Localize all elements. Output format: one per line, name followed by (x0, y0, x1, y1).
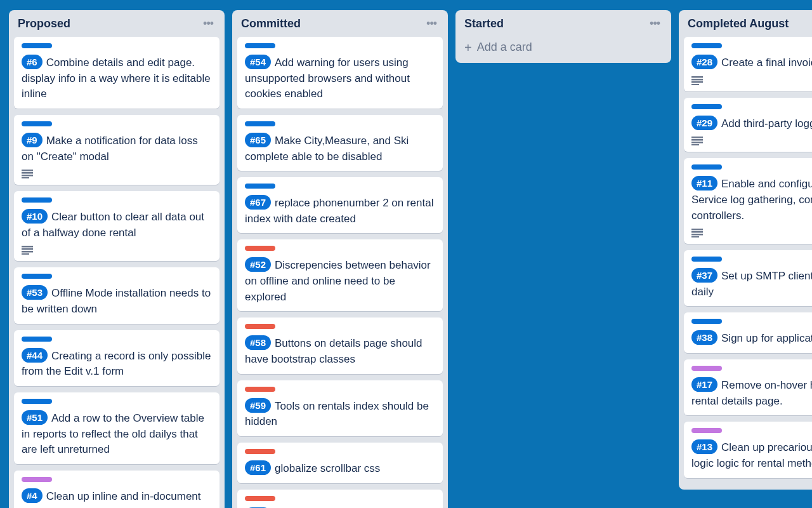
svg-rect-4 (22, 246, 33, 248)
svg-rect-14 (691, 142, 703, 144)
card[interactable]: #37Set up SMTP client to send logs daily (684, 250, 812, 306)
card[interactable]: #67replace phonenumber 2 on rental index… (237, 177, 443, 233)
svg-rect-17 (691, 231, 703, 233)
list: Started•••+Add a card (455, 10, 671, 63)
card-text: Sign up for application (721, 332, 812, 344)
description-icon (22, 246, 212, 255)
card-label[interactable] (691, 43, 722, 48)
card-label[interactable] (245, 496, 275, 501)
svg-rect-2 (22, 175, 33, 177)
svg-rect-7 (22, 253, 29, 255)
card-title-line: #9Make a notification for data loss on "… (22, 133, 212, 164)
card-label[interactable] (245, 121, 275, 126)
card[interactable]: #61globalize scrollbar css (237, 443, 443, 483)
card-label[interactable] (691, 366, 722, 371)
card-text: Clear button to clear all data out of a … (22, 211, 204, 239)
card-text: Make a notification for data loss on "Cr… (22, 135, 198, 163)
svg-rect-9 (691, 79, 703, 81)
card-title-line: #11Enable and configure API Service log … (691, 176, 812, 224)
card[interactable]: #44Creating a record is only possible fr… (14, 330, 219, 386)
card-label[interactable] (22, 477, 52, 482)
description-icon (22, 170, 212, 178)
card[interactable]: #28Create a final invoice for RLV1.0. (684, 37, 812, 91)
list: Proposed•••#6Combine details and edit pa… (9, 10, 225, 508)
svg-rect-0 (22, 170, 33, 171)
card-label[interactable] (691, 257, 722, 262)
list-title[interactable]: Started (464, 17, 504, 30)
card[interactable]: #9Make a notification for data loss on "… (14, 115, 219, 185)
card-label[interactable] (22, 121, 52, 126)
card-label[interactable] (245, 246, 275, 251)
card-label[interactable] (245, 43, 275, 48)
card-label[interactable] (22, 337, 52, 342)
card[interactable]: #38Sign up for application (684, 312, 812, 353)
card-id-badge: #13 (691, 439, 717, 454)
add-card-button[interactable]: +Add a card (455, 34, 671, 63)
board: Proposed•••#6Combine details and edit pa… (0, 0, 812, 508)
card-id-badge: #59 (245, 398, 271, 413)
card-label[interactable] (245, 324, 275, 329)
card[interactable]: #13Clean up precarious recursive logic l… (684, 422, 812, 478)
card-id-badge: #4 (22, 488, 43, 503)
card[interactable]: #4Clean up inline and in-document css (14, 471, 219, 508)
card[interactable]: #11Enable and configure API Service log … (684, 158, 812, 244)
card-label[interactable] (691, 428, 722, 433)
list-header: Proposed••• (9, 10, 225, 34)
card-label[interactable] (691, 319, 722, 324)
card-title-line: #38Sign up for application (691, 330, 812, 347)
card-id-badge: #37 (691, 268, 717, 283)
card[interactable]: #59Tools on rentals index should be hidd… (237, 380, 443, 436)
list-title[interactable]: Proposed (18, 17, 70, 30)
card-id-badge: #38 (691, 330, 717, 345)
card-label[interactable] (22, 399, 52, 404)
list-menu-icon[interactable]: ••• (424, 17, 439, 30)
card[interactable]: #17Remove on-hover highlighting in renta… (684, 359, 812, 415)
description-icon (691, 137, 812, 145)
list-title[interactable]: Completed August (688, 17, 789, 30)
card-id-badge: #61 (245, 460, 271, 475)
card-title-line: #59Tools on rentals index should be hidd… (245, 398, 435, 430)
card-title-line: #51Add a row to the Overview table in re… (22, 410, 212, 458)
card-label[interactable] (22, 197, 52, 203)
card[interactable]: #58Buttons on details page should have b… (237, 318, 443, 373)
card-text: Combine details and edit page. display i… (22, 57, 211, 100)
card[interactable]: #53Offline Mode installation needs to be… (14, 267, 219, 323)
list-header: Committed••• (232, 10, 448, 34)
list-wrapper: Started•••+Add a card (455, 10, 671, 63)
card[interactable]: #54Add warning for users using unsupport… (237, 37, 443, 109)
card[interactable]: #65Make City,Measure, and Ski complete a… (237, 115, 443, 171)
card-label[interactable] (245, 387, 275, 392)
card[interactable]: #10Clear button to clear all data out of… (14, 191, 219, 261)
card[interactable]: #29Add third-party logging (684, 98, 812, 152)
add-card-label: Add a card (477, 41, 532, 54)
card-label[interactable] (691, 164, 722, 170)
card-label[interactable] (245, 184, 275, 189)
card-id-badge: #10 (22, 209, 48, 224)
card-id-badge: #11 (691, 176, 717, 190)
list-menu-icon[interactable]: ••• (647, 17, 662, 30)
card-id-badge: #51 (22, 410, 48, 425)
card[interactable]: #6Combine details and edit page. display… (14, 37, 219, 109)
list-menu-icon[interactable]: ••• (200, 17, 216, 30)
cards-container: #28Create a final invoice for RLV1.0.#29… (679, 34, 812, 490)
card-label[interactable] (22, 43, 52, 48)
card-title-line: #44Creating a record is only possible fr… (22, 348, 212, 380)
list-title[interactable]: Committed (241, 17, 301, 30)
card-label[interactable] (22, 274, 52, 279)
list: Committed•••#54Add warning for users usi… (232, 10, 448, 508)
card-label[interactable] (245, 449, 275, 454)
svg-rect-11 (691, 84, 699, 85)
card-text: Discrepencies between behavior on offlin… (245, 259, 431, 302)
svg-rect-18 (691, 234, 703, 236)
card-title-line: #17Remove on-hover highlighting in renta… (691, 377, 812, 409)
card-id-badge: #17 (691, 377, 717, 392)
card-text: Buttons on details page should have boot… (245, 337, 422, 365)
card-title-line: #37Set up SMTP client to send logs daily (691, 268, 812, 300)
card[interactable]: #51Add a row to the Overview table in re… (14, 392, 219, 464)
card-label[interactable] (691, 104, 722, 109)
card[interactable]: #52Discrepencies between behavior on off… (237, 239, 443, 311)
svg-rect-16 (691, 229, 703, 231)
card[interactable]: #68deleting size of 3 piece requirement … (237, 490, 443, 508)
description-icon (691, 76, 812, 85)
card-title-line: #4Clean up inline and in-document css (22, 488, 212, 508)
